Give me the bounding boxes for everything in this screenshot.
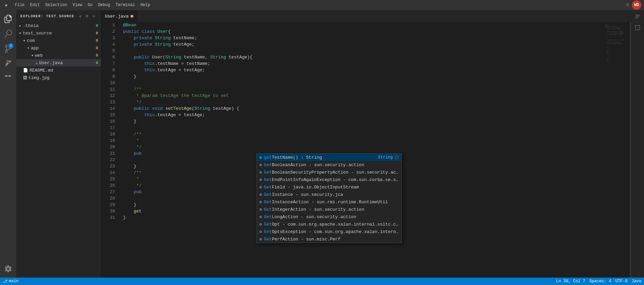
line-number: 8 [101, 67, 115, 73]
autocomplete-item[interactable]: ⚙GetBooleanSecurityPropertyAction - sun.… [257, 169, 401, 176]
more-icon[interactable]: ⋯ [91, 14, 97, 19]
status-spaces[interactable]: Spaces: 4 [589, 279, 611, 284]
tree-item-user_java[interactable]: ☕ User.javaU [16, 59, 101, 67]
code-line: public class User{ [123, 28, 604, 35]
tree-icon: ▾ [19, 31, 21, 36]
tree-icon: ▸ [19, 23, 21, 28]
ac-label: GetInstanceAction - sun.rmi.runtime.Runt… [264, 200, 399, 205]
line-number: 13 [101, 99, 115, 105]
ac-icon: ⚙ [259, 177, 262, 182]
code-line: /** [123, 131, 604, 137]
line-numbers: 1234567891011121314151617181920212223242… [101, 22, 118, 278]
status-language[interactable]: Java [631, 279, 641, 284]
code-line [123, 48, 604, 54]
ac-label: GetIntegerAction - sun.security.action [264, 207, 399, 212]
line-number: 2 [101, 28, 115, 35]
autocomplete-item[interactable]: ⚙GetPerfAction - sun.misc.Perf [257, 235, 401, 243]
line-number: 1 [101, 22, 115, 28]
status-line-col[interactable]: Ln 30, Col 7 [556, 279, 585, 284]
menu-debug[interactable]: Debug [95, 1, 113, 9]
code-line: private String testName; [123, 35, 604, 41]
line-number: 17 [101, 125, 115, 131]
menu-selection[interactable]: Selection [43, 1, 70, 9]
tree-label: README.md [29, 68, 101, 73]
autocomplete-item[interactable]: ⚙GetEndPointInfoAgainException - com.sun… [257, 176, 401, 183]
activity-settings[interactable] [2, 263, 14, 275]
line-number: 4 [101, 41, 115, 48]
ac-icon: ⚙ [259, 207, 262, 212]
tree-item-app[interactable]: ▾ appD [16, 44, 101, 52]
autocomplete-item[interactable]: ⚙GetBooleanAction - sun.security.action [257, 161, 401, 169]
code-line: */ [123, 99, 604, 105]
status-right: Ln 30, Col 7 Spaces: 4 UTF-8 Java [556, 279, 641, 284]
menu-go[interactable]: Go [85, 1, 95, 9]
autocomplete-item[interactable]: ⚙GetInstanceAction - sun.rmi.runtime.Run… [257, 198, 401, 206]
autocomplete-item[interactable]: ⚙GetOpt - com.sun.org.apache.xalan.inter… [257, 221, 401, 228]
line-number: 20 [101, 144, 115, 150]
ac-label: GetOptsException - com.sun.org.apache.xa… [264, 229, 399, 234]
menu-help[interactable]: Help [138, 1, 153, 9]
refresh-icon[interactable]: ↺ [78, 14, 83, 19]
ac-icon: ⚙ [259, 155, 262, 160]
minimap-content: @Bean public class User{ private String … [604, 22, 631, 67]
ac-label: GetBooleanSecurityPropertyAction - sun.s… [264, 170, 399, 175]
tree-icon: 🖼 [23, 75, 27, 80]
tree-item-theia[interactable]: ▸ .theiaU [16, 22, 101, 29]
menu-edit[interactable]: Edit [27, 1, 43, 9]
title-bar-left: ✕ [3, 2, 9, 8]
tree-item-timg[interactable]: 🖼 timg.jpg [16, 74, 101, 81]
activity-search[interactable] [2, 28, 14, 40]
tree-badge: D [96, 31, 98, 35]
menu-view[interactable]: View [70, 1, 85, 9]
code-line: * @param testAge the testAge to set [123, 93, 604, 99]
ac-label: GetField - java.io.ObjectInputStream [264, 185, 399, 190]
minimap[interactable]: @Bean public class User{ private String … [604, 22, 631, 278]
sidebar-title: EXPLORER: TEST_SOURCE [20, 14, 74, 18]
tree-item-test_source[interactable]: ▾ test_sourceD [16, 29, 101, 37]
ac-icon: ⚙ [259, 237, 262, 242]
minimap-slider[interactable] [630, 22, 631, 278]
tree-label: User.java [39, 60, 96, 66]
status-encoding[interactable]: UTF-8 [615, 279, 627, 284]
tree-label: timg.jpg [28, 75, 101, 80]
user-avatar[interactable]: WD [632, 0, 641, 10]
activity-source-control[interactable]: 3 [2, 43, 14, 55]
autocomplete-item[interactable]: ⚙GetIntegerAction - sun.security.action [257, 206, 401, 213]
outline-icon[interactable] [634, 13, 642, 21]
line-number: 12 [101, 93, 115, 99]
line-number: 26 [101, 182, 115, 189]
tree-item-readme[interactable]: 📄 README.md [16, 67, 101, 74]
toggle-panel-icon[interactable] [634, 24, 642, 32]
autocomplete-item[interactable]: ⚙getTestName() : StringStringⓘ [257, 154, 401, 161]
autocomplete-item[interactable]: ⚙GetOptsException - com.sun.org.apache.x… [257, 228, 401, 235]
editor-content[interactable]: 1234567891011121314151617181920212223242… [101, 22, 631, 278]
code-line [123, 80, 604, 86]
menu-file[interactable]: File [12, 1, 27, 9]
menu-terminal[interactable]: Terminal [113, 1, 138, 9]
main-layout: 3 EXPLORER: TEST_SOURCE ↺ ⊟ ⋯ ▸ .theiaU▾… [0, 10, 644, 278]
autocomplete-item[interactable]: ⚙GetLongAction - sun.security.action [257, 213, 401, 221]
activity-debug[interactable] [2, 72, 14, 84]
tab-user-java[interactable]: User.java [101, 10, 137, 22]
tree-item-com[interactable]: ▾ comD [16, 37, 101, 44]
tree-badge: D [96, 53, 98, 57]
tree-label: web [35, 53, 96, 58]
line-number: 9 [101, 73, 115, 80]
tree-item-web[interactable]: ▾ webD [16, 52, 101, 59]
line-number: 11 [101, 86, 115, 93]
share-icon[interactable]: ⎘ [626, 2, 629, 8]
code-line: * [123, 137, 604, 144]
ac-icon: ⚙ [259, 222, 262, 227]
code-line: */ [123, 144, 604, 150]
ac-icon: ⚙ [259, 229, 262, 234]
autocomplete-item[interactable]: ⚙GetInstance - sun.security.jca [257, 191, 401, 198]
autocomplete-item[interactable]: ⚙GetField - java.io.ObjectInputStream [257, 183, 401, 191]
tree-label: .theia [23, 23, 96, 28]
line-number: 14 [101, 105, 115, 112]
line-number: 19 [101, 137, 115, 144]
status-branch[interactable]: ⎇ main [3, 279, 19, 284]
activity-explorer[interactable] [2, 13, 14, 25]
git-branch-icon: ⎇ [3, 279, 7, 284]
collapse-icon[interactable]: ⊟ [85, 14, 90, 19]
activity-extensions[interactable] [2, 57, 14, 70]
